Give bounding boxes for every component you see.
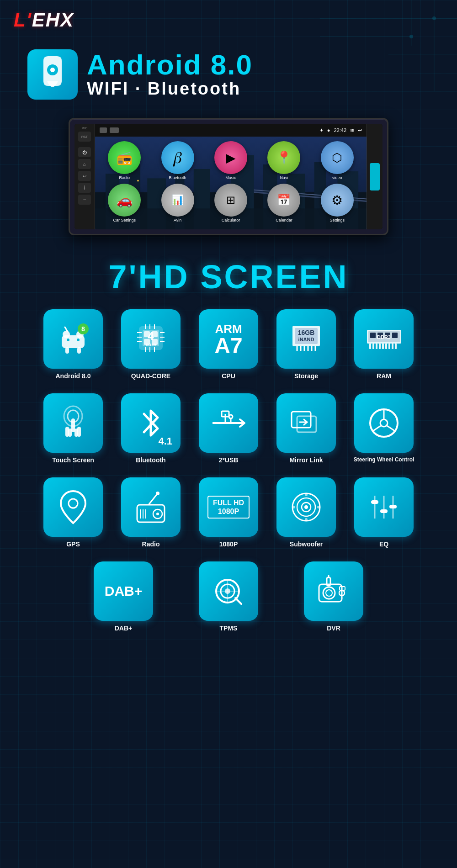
tpms-svg <box>212 573 246 609</box>
feature-tpms: TPMS <box>194 561 263 632</box>
apps-screen: 📻 Radio 𝛽 Bluetooth ▶ Music 📍 <box>95 137 367 229</box>
app-video[interactable]: ⬡ video <box>313 141 362 180</box>
android-subtitle-label: WIFI · Bluetooth <box>87 79 253 99</box>
logo-text: L'EHX <box>14 9 74 31</box>
svg-point-4 <box>432 16 436 20</box>
status-bar: ✦ ● 22:42 ≋ ↩ <box>95 124 367 137</box>
touch-icon-box <box>43 393 103 453</box>
mirror-svg <box>288 405 324 441</box>
app-car-settings[interactable]: 🚗 Car Settings <box>100 184 149 222</box>
rst-button[interactable]: RST <box>78 132 91 142</box>
menu-icon <box>100 127 107 133</box>
app-calendar[interactable]: 📅 Calendar <box>259 184 308 222</box>
status-left <box>100 127 119 133</box>
car-unit-inner: MIC RST ⏻ ⌂ ↩ ∔ − <box>74 124 383 229</box>
calendar-icon: 📅 <box>267 184 300 217</box>
svg-point-5 <box>409 35 413 38</box>
android-banner: Android 8.0 WIFI · Bluetooth <box>0 40 457 109</box>
android-icon-wrap <box>27 49 78 100</box>
svg-point-118 <box>292 506 295 508</box>
cpu-label: CPU <box>222 372 235 380</box>
rst-label: RST <box>81 135 88 138</box>
settings-label: Settings <box>330 218 345 222</box>
vol-up-button[interactable]: ∔ <box>78 183 91 193</box>
power-button[interactable]: ⏻ <box>78 147 91 157</box>
side-controls-left: MIC RST ⏻ ⌂ ↩ ∔ − <box>74 124 95 229</box>
right-usb-slot <box>370 163 380 191</box>
status-right: ✦ ● 22:42 ≋ ↩ <box>319 127 362 133</box>
fullhd-text: FULL HD1080P <box>207 496 250 519</box>
svg-rect-89 <box>68 429 72 437</box>
android-feature-label: Android 8.0 <box>55 372 90 380</box>
svg-point-101 <box>380 419 388 427</box>
svg-rect-70 <box>370 333 376 338</box>
android-title-wrap: Android 8.0 WIFI · Bluetooth <box>87 51 253 99</box>
svg-point-105 <box>69 499 78 508</box>
eq-svg <box>366 489 402 525</box>
svg-rect-80 <box>388 344 390 349</box>
feature-subwoofer: Subwoofer <box>272 477 340 548</box>
android-svg-icon: 8 <box>55 321 91 357</box>
video-icon: ⬡ <box>321 141 354 174</box>
tpms-icon-box <box>199 561 258 621</box>
svg-rect-79 <box>385 344 387 349</box>
bluetooth-app-label: Bluetooth <box>169 175 186 180</box>
svg-line-131 <box>235 598 241 604</box>
app-settings[interactable]: ⚙ Settings <box>313 184 362 222</box>
home-button[interactable]: ⌂ <box>78 159 91 169</box>
subwoofer-icon-box <box>276 477 336 537</box>
storage-svg: 16GB iNAND <box>288 322 324 356</box>
svg-rect-81 <box>392 344 393 349</box>
app-music[interactable]: ▶ Music <box>206 141 255 180</box>
svg-point-135 <box>323 587 335 599</box>
svg-line-103 <box>372 426 381 431</box>
quad-core-label: QUAD-CORE <box>131 372 170 380</box>
svg-point-95 <box>229 415 233 418</box>
app-calculator[interactable]: ⊞ Calculator <box>206 184 255 222</box>
svg-text:iNAND: iNAND <box>298 337 314 342</box>
app-radio[interactable]: 📻 Radio <box>100 141 149 180</box>
app-navi[interactable]: 📍 Navi <box>259 141 308 180</box>
feature-dab: DAB+ DAB+ <box>89 561 158 632</box>
car-settings-label: Car Settings <box>113 218 136 222</box>
signal-icon: ≋ <box>350 127 354 133</box>
feature-cpu: ARM A7 CPU <box>194 309 263 380</box>
svg-rect-74 <box>369 344 371 349</box>
eq-icon-box <box>354 477 414 537</box>
app-bluetooth[interactable]: 𝛽 Bluetooth <box>153 141 202 180</box>
back-button[interactable]: ↩ <box>78 171 91 181</box>
svg-rect-97 <box>292 412 311 428</box>
gps-label: GPS <box>66 540 80 548</box>
svg-point-119 <box>317 506 320 508</box>
svg-point-121 <box>305 518 308 521</box>
feature-eq: EQ <box>350 477 418 548</box>
features-row-2: Touch Screen 4.1 Bluetooth <box>18 393 439 464</box>
bluetooth-status-icon: ✦ <box>319 127 324 133</box>
svg-rect-36 <box>77 347 81 354</box>
svg-point-32 <box>77 339 80 341</box>
android-logo-icon <box>37 56 69 93</box>
gps-svg <box>57 489 89 525</box>
bluetooth-version: 4.1 <box>158 435 172 447</box>
features-row-4: DAB+ DAB+ TPMS <box>18 561 439 632</box>
svg-rect-73 <box>392 333 398 338</box>
feature-touch: Touch Screen <box>39 393 107 464</box>
bluetooth-icon-box: 4.1 <box>121 393 181 453</box>
svg-point-107 <box>156 492 159 495</box>
radio-label: Radio <box>119 175 130 180</box>
svg-rect-78 <box>382 344 384 349</box>
dvr-svg <box>315 573 352 609</box>
dab-icon-box: DAB+ <box>94 561 153 621</box>
features-section: 8 Android 8.0 <box>0 305 457 650</box>
feature-usb: 2*USB <box>194 393 263 464</box>
svg-rect-30 <box>62 335 85 348</box>
dab-text: DAB+ <box>105 583 143 599</box>
car-unit: MIC RST ⏻ ⌂ ↩ ∔ − <box>69 118 388 235</box>
calculator-icon: ⊞ <box>214 184 247 217</box>
vol-down-button[interactable]: − <box>78 195 91 205</box>
feature-ram: DDR3 RAM <box>350 309 418 380</box>
storage-label: Storage <box>294 372 318 380</box>
usb-svg <box>208 409 249 437</box>
screen-area: ✦ ● 22:42 ≋ ↩ <box>95 124 367 229</box>
app-avin[interactable]: 📊 Avin <box>153 184 202 222</box>
